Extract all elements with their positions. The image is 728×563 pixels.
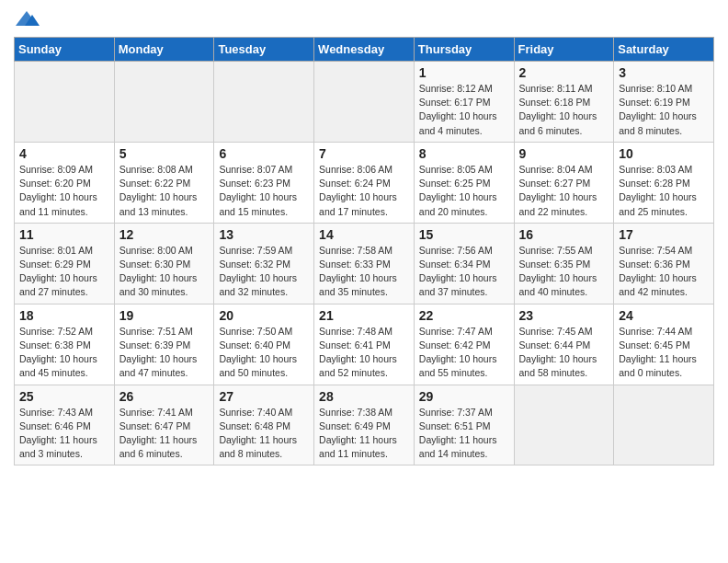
day-info: Sunrise: 8:07 AM Sunset: 6:23 PM Dayligh… [219,163,309,219]
header-cell-wednesday: Wednesday [314,38,415,62]
calendar-body: 1Sunrise: 8:12 AM Sunset: 6:17 PM Daylig… [15,62,714,465]
day-info: Sunrise: 7:51 AM Sunset: 6:39 PM Dayligh… [119,325,210,381]
week-row-3: 11Sunrise: 8:01 AM Sunset: 6:29 PM Dayli… [15,223,714,304]
day-number: 2 [519,65,609,80]
header [14,9,714,29]
day-number: 3 [619,65,709,80]
day-cell: 9Sunrise: 8:04 AM Sunset: 6:27 PM Daylig… [514,142,614,223]
day-info: Sunrise: 8:11 AM Sunset: 6:18 PM Dayligh… [519,82,609,138]
calendar-table: SundayMondayTuesdayWednesdayThursdayFrid… [14,37,714,465]
day-cell: 7Sunrise: 8:06 AM Sunset: 6:24 PM Daylig… [314,142,415,223]
day-cell: 13Sunrise: 7:59 AM Sunset: 6:32 PM Dayli… [214,223,314,304]
header-cell-sunday: Sunday [15,38,115,62]
header-row: SundayMondayTuesdayWednesdayThursdayFrid… [15,38,714,62]
day-number: 7 [319,146,409,161]
day-cell: 27Sunrise: 7:40 AM Sunset: 6:48 PM Dayli… [214,385,314,465]
day-cell [15,62,115,143]
day-number: 24 [619,308,709,323]
day-info: Sunrise: 8:03 AM Sunset: 6:28 PM Dayligh… [619,163,709,219]
day-number: 26 [119,389,210,404]
day-cell: 6Sunrise: 8:07 AM Sunset: 6:23 PM Daylig… [214,142,314,223]
day-info: Sunrise: 8:08 AM Sunset: 6:22 PM Dayligh… [119,163,210,219]
day-cell: 14Sunrise: 7:58 AM Sunset: 6:33 PM Dayli… [314,223,415,304]
day-info: Sunrise: 7:52 AM Sunset: 6:38 PM Dayligh… [19,325,109,381]
day-cell: 18Sunrise: 7:52 AM Sunset: 6:38 PM Dayli… [15,304,115,385]
day-cell: 21Sunrise: 7:48 AM Sunset: 6:41 PM Dayli… [314,304,415,385]
day-number: 25 [19,389,109,404]
day-number: 18 [19,308,109,323]
day-number: 4 [19,146,109,161]
day-cell: 2Sunrise: 8:11 AM Sunset: 6:18 PM Daylig… [514,62,614,143]
day-info: Sunrise: 7:56 AM Sunset: 6:34 PM Dayligh… [419,244,509,300]
day-info: Sunrise: 7:48 AM Sunset: 6:41 PM Dayligh… [319,325,409,381]
day-number: 27 [219,389,309,404]
day-info: Sunrise: 7:45 AM Sunset: 6:44 PM Dayligh… [519,325,609,381]
logo [14,9,43,29]
header-cell-tuesday: Tuesday [214,38,314,62]
day-info: Sunrise: 8:06 AM Sunset: 6:24 PM Dayligh… [319,163,409,219]
day-number: 23 [519,308,609,323]
day-cell: 15Sunrise: 7:56 AM Sunset: 6:34 PM Dayli… [414,223,514,304]
week-row-4: 18Sunrise: 7:52 AM Sunset: 6:38 PM Dayli… [15,304,714,385]
day-info: Sunrise: 7:58 AM Sunset: 6:33 PM Dayligh… [319,244,409,300]
day-cell [514,385,614,465]
day-number: 10 [619,146,709,161]
calendar-header: SundayMondayTuesdayWednesdayThursdayFrid… [15,38,714,62]
day-info: Sunrise: 7:54 AM Sunset: 6:36 PM Dayligh… [619,244,709,300]
day-number: 15 [419,227,509,242]
day-number: 13 [219,227,309,242]
day-info: Sunrise: 7:55 AM Sunset: 6:35 PM Dayligh… [519,244,609,300]
day-number: 17 [619,227,709,242]
day-info: Sunrise: 8:05 AM Sunset: 6:25 PM Dayligh… [419,163,509,219]
day-info: Sunrise: 7:43 AM Sunset: 6:46 PM Dayligh… [19,406,109,462]
day-info: Sunrise: 8:09 AM Sunset: 6:20 PM Dayligh… [19,163,109,219]
day-number: 22 [419,308,509,323]
day-number: 11 [19,227,109,242]
header-cell-monday: Monday [114,38,214,62]
day-cell: 12Sunrise: 8:00 AM Sunset: 6:30 PM Dayli… [114,223,214,304]
day-number: 5 [119,146,210,161]
day-cell: 8Sunrise: 8:05 AM Sunset: 6:25 PM Daylig… [414,142,514,223]
week-row-2: 4Sunrise: 8:09 AM Sunset: 6:20 PM Daylig… [15,142,714,223]
day-info: Sunrise: 7:40 AM Sunset: 6:48 PM Dayligh… [219,406,309,462]
day-info: Sunrise: 7:50 AM Sunset: 6:40 PM Dayligh… [219,325,309,381]
day-number: 6 [219,146,309,161]
day-cell [214,62,314,143]
day-number: 28 [319,389,409,404]
header-cell-thursday: Thursday [414,38,514,62]
day-number: 12 [119,227,210,242]
day-info: Sunrise: 7:47 AM Sunset: 6:42 PM Dayligh… [419,325,509,381]
header-cell-friday: Friday [514,38,614,62]
day-info: Sunrise: 8:01 AM Sunset: 6:29 PM Dayligh… [19,244,109,300]
day-info: Sunrise: 8:12 AM Sunset: 6:17 PM Dayligh… [419,82,509,138]
day-info: Sunrise: 7:38 AM Sunset: 6:49 PM Dayligh… [319,406,409,462]
day-cell: 3Sunrise: 8:10 AM Sunset: 6:19 PM Daylig… [614,62,714,143]
day-number: 29 [419,389,509,404]
day-cell: 20Sunrise: 7:50 AM Sunset: 6:40 PM Dayli… [214,304,314,385]
day-cell [314,62,415,143]
day-cell [114,62,214,143]
header-cell-saturday: Saturday [614,38,714,62]
day-info: Sunrise: 8:00 AM Sunset: 6:30 PM Dayligh… [119,244,210,300]
day-info: Sunrise: 8:04 AM Sunset: 6:27 PM Dayligh… [519,163,609,219]
day-number: 19 [119,308,210,323]
day-info: Sunrise: 7:37 AM Sunset: 6:51 PM Dayligh… [419,406,509,462]
day-cell: 25Sunrise: 7:43 AM Sunset: 6:46 PM Dayli… [15,385,115,465]
day-cell: 28Sunrise: 7:38 AM Sunset: 6:49 PM Dayli… [314,385,415,465]
day-number: 21 [319,308,409,323]
day-cell: 16Sunrise: 7:55 AM Sunset: 6:35 PM Dayli… [514,223,614,304]
logo-icon [14,9,40,29]
day-cell: 11Sunrise: 8:01 AM Sunset: 6:29 PM Dayli… [15,223,115,304]
day-cell: 19Sunrise: 7:51 AM Sunset: 6:39 PM Dayli… [114,304,214,385]
day-cell: 29Sunrise: 7:37 AM Sunset: 6:51 PM Dayli… [414,385,514,465]
day-cell: 23Sunrise: 7:45 AM Sunset: 6:44 PM Dayli… [514,304,614,385]
day-number: 16 [519,227,609,242]
day-info: Sunrise: 7:59 AM Sunset: 6:32 PM Dayligh… [219,244,309,300]
day-cell: 5Sunrise: 8:08 AM Sunset: 6:22 PM Daylig… [114,142,214,223]
day-cell: 17Sunrise: 7:54 AM Sunset: 6:36 PM Dayli… [614,223,714,304]
day-info: Sunrise: 8:10 AM Sunset: 6:19 PM Dayligh… [619,82,709,138]
day-info: Sunrise: 7:41 AM Sunset: 6:47 PM Dayligh… [119,406,210,462]
day-cell [614,385,714,465]
day-cell: 4Sunrise: 8:09 AM Sunset: 6:20 PM Daylig… [15,142,115,223]
day-cell: 1Sunrise: 8:12 AM Sunset: 6:17 PM Daylig… [414,62,514,143]
